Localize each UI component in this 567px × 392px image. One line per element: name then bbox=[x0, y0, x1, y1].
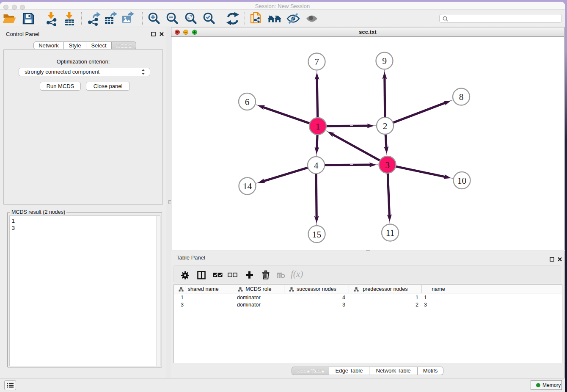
svg-text:1: 1 bbox=[316, 121, 320, 132]
svg-text:3: 3 bbox=[385, 160, 390, 170]
svg-text:2: 2 bbox=[383, 121, 388, 131]
svg-text:6: 6 bbox=[245, 97, 250, 107]
svg-text:8: 8 bbox=[459, 92, 464, 102]
svg-text:11: 11 bbox=[386, 228, 395, 238]
svg-text:9: 9 bbox=[382, 56, 387, 66]
svg-text:10: 10 bbox=[457, 176, 467, 186]
svg-text:7: 7 bbox=[314, 57, 319, 67]
svg-text:14: 14 bbox=[243, 181, 252, 191]
svg-text:15: 15 bbox=[312, 229, 322, 240]
svg-text:4: 4 bbox=[314, 160, 319, 171]
